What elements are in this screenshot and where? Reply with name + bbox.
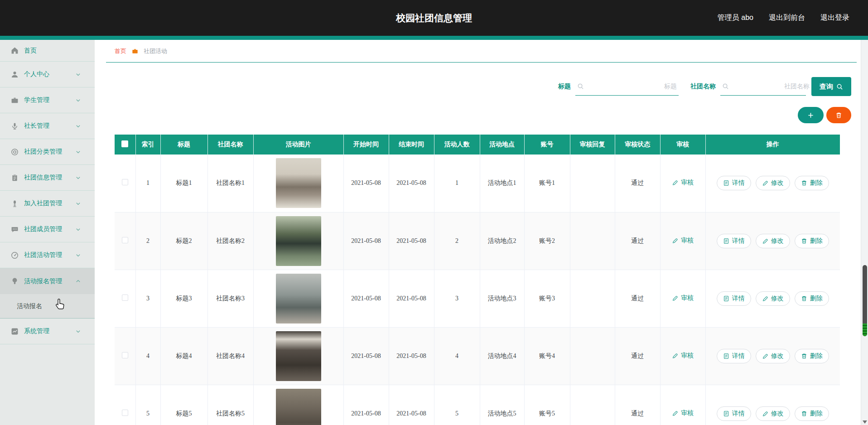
delete-button[interactable]: 删除 [795, 176, 829, 190]
column-header: 社团名称 [207, 135, 253, 155]
cell-people-count: 1 [434, 155, 480, 212]
detail-button[interactable]: 详情 [717, 291, 751, 306]
add-button[interactable] [798, 107, 824, 123]
column-header-label: 开始时间 [353, 140, 379, 148]
row-checkbox[interactable] [122, 295, 128, 301]
delete-button[interactable]: 删除 [795, 406, 829, 421]
sidebar-item-club-category-mgmt[interactable]: 社团分类管理 [0, 139, 95, 165]
goto-front-link[interactable]: 退出到前台 [769, 13, 805, 23]
delete-button[interactable]: 删除 [795, 291, 829, 306]
column-header-label: 活动人数 [444, 140, 470, 148]
review-link[interactable]: 审核 [672, 294, 694, 302]
cell-start-time: 2021-05-08 [343, 385, 389, 425]
column-header: 标题 [160, 135, 207, 155]
activity-table: 索引标题社团名称活动图片开始时间结束时间活动人数活动地点账号审核回复审核状态审核… [115, 135, 840, 425]
review-link-label: 审核 [681, 237, 694, 245]
delete-button[interactable]: 删除 [795, 349, 829, 363]
review-link[interactable]: 审核 [672, 237, 694, 245]
action-button-label: 删除 [810, 295, 823, 303]
sidebar-item-home[interactable]: 首页 [0, 40, 95, 62]
clipboard-icon [11, 174, 19, 182]
cell-start-time: 2021-05-08 [343, 212, 389, 270]
club-search-input[interactable] [729, 80, 810, 93]
breadcrumb-home-link[interactable]: 首页 [115, 47, 126, 55]
classroom-activity[interactable] [276, 274, 321, 324]
cell-review-status: 通过 [615, 155, 660, 212]
sidebar-item-label: 社团活动管理 [24, 251, 74, 259]
logout-link[interactable]: 退出登录 [820, 13, 849, 23]
corridor-group[interactable] [276, 331, 321, 381]
action-button-label: 详情 [732, 352, 745, 360]
chevron-down-icon [74, 149, 82, 155]
row-checkbox-cell [115, 327, 135, 385]
search-icon [722, 83, 729, 90]
edit-button[interactable]: 修改 [756, 291, 790, 306]
scrollbar-thumb[interactable] [863, 265, 867, 336]
detail-button[interactable]: 详情 [717, 349, 751, 363]
review-link[interactable]: 审核 [672, 352, 694, 360]
review-link[interactable]: 审核 [672, 179, 694, 187]
action-button-label: 详情 [732, 237, 745, 245]
title-search-input[interactable] [584, 80, 677, 93]
action-button-label: 详情 [732, 179, 745, 187]
delete-button[interactable]: 删除 [795, 234, 829, 248]
column-header: 活动地点 [480, 135, 524, 155]
sidebar-item-personal-center[interactable]: 个人中心 [0, 62, 95, 87]
scrollbar-down-arrow[interactable] [863, 420, 867, 424]
cell-end-time: 2021-05-08 [389, 385, 434, 425]
row-checkbox[interactable] [122, 179, 128, 185]
cell-location: 活动地点3 [480, 270, 524, 327]
cell-actions: 详情修改删除 [705, 212, 840, 270]
edit-button[interactable]: 修改 [756, 349, 790, 363]
action-button-label: 修改 [771, 237, 784, 245]
pencil-icon [672, 410, 678, 416]
cell-location: 活动地点4 [480, 327, 524, 385]
document-icon [723, 353, 729, 359]
row-checkbox[interactable] [122, 352, 128, 358]
column-header: 索引 [135, 135, 160, 155]
sidebar-item-president-mgmt[interactable]: 社长管理 [0, 113, 95, 139]
column-header-label: 审核回复 [580, 140, 605, 148]
group-photo-hall[interactable] [276, 158, 321, 208]
trash-icon [801, 411, 807, 417]
comment-icon [11, 226, 19, 233]
column-header: 结束时间 [389, 135, 434, 155]
cell-actions: 详情修改删除 [705, 385, 840, 425]
top-header: 校园社团信息管理 管理员 abo 退出到前台 退出登录 [0, 0, 868, 36]
review-link[interactable]: 审核 [672, 409, 694, 417]
detail-button[interactable]: 详情 [717, 176, 751, 190]
column-header-label: 活动图片 [286, 140, 311, 148]
sidebar-item-club-info-mgmt[interactable]: 社团信息管理 [0, 165, 95, 191]
sidebar-item-join-club-mgmt[interactable]: 加入社团管理 [0, 191, 95, 217]
cell-review-status: 通过 [615, 385, 660, 425]
query-button[interactable]: 查询 [811, 77, 851, 96]
cell-review-status: 通过 [615, 327, 660, 385]
sidebar-item-system-mgmt[interactable]: 系统管理 [0, 319, 95, 344]
batch-delete-button[interactable] [826, 107, 851, 123]
person-with-screen[interactable] [276, 216, 321, 266]
cell-review-reply [570, 155, 615, 212]
vertical-scrollbar[interactable] [861, 40, 868, 425]
edit-button[interactable]: 修改 [756, 234, 790, 248]
select-all-checkbox[interactable] [121, 140, 128, 147]
edit-button[interactable]: 修改 [756, 176, 790, 190]
group-photo-crowd[interactable] [276, 389, 321, 425]
sidebar-item-student-mgmt[interactable]: 学生管理 [0, 87, 95, 113]
sidebar-subitem-activity-signup[interactable]: 活动报名 [0, 294, 95, 319]
sidebar-subitem-label: 活动报名 [17, 302, 42, 310]
sidebar-item-activity-signup-mgmt[interactable]: 活动报名管理 [0, 268, 95, 294]
row-checkbox[interactable] [122, 237, 128, 243]
chevron-up-icon [74, 278, 82, 284]
row-checkbox[interactable] [122, 410, 128, 416]
detail-button[interactable]: 详情 [717, 234, 751, 248]
document-icon [723, 180, 729, 186]
select-all-header-cell [115, 135, 135, 155]
sidebar-item-club-activity-mgmt[interactable]: 社团活动管理 [0, 242, 95, 268]
sidebar-item-club-member-mgmt[interactable]: 社团成员管理 [0, 217, 95, 242]
main-area: 首页 社团活动 标题 社团名称 查询 [95, 40, 868, 425]
user-icon [11, 71, 19, 78]
detail-button[interactable]: 详情 [717, 406, 751, 421]
cell-people-count: 5 [434, 385, 480, 425]
edit-button[interactable]: 修改 [756, 406, 790, 421]
search-label-club: 社团名称 [690, 82, 716, 91]
